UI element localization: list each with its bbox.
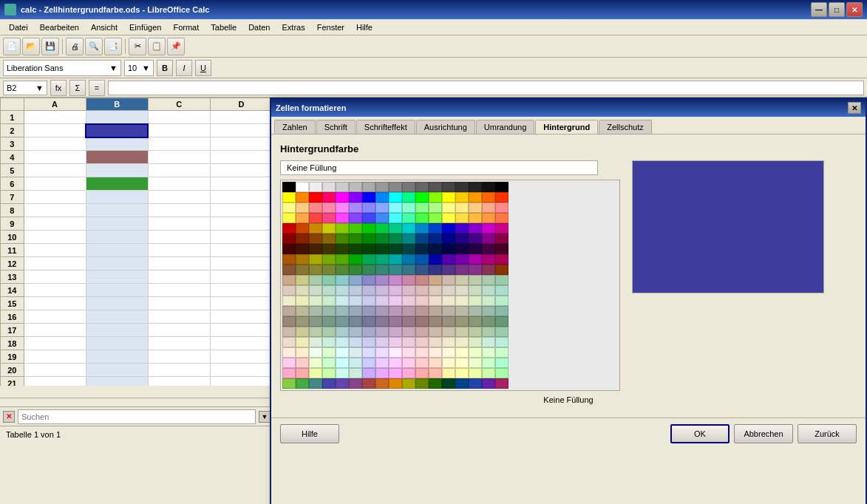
color-cell-13-6[interactable] <box>362 316 375 327</box>
color-cell-7-3[interactable] <box>322 254 336 265</box>
color-cell-14-13[interactable] <box>455 327 469 337</box>
color-cell-10-6[interactable] <box>362 285 375 296</box>
color-cell-16-5[interactable] <box>349 347 362 358</box>
color-cell-19-6[interactable] <box>362 378 375 389</box>
color-cell-7-10[interactable] <box>415 254 429 265</box>
color-cell-12-5[interactable] <box>349 306 362 316</box>
color-cell-17-3[interactable] <box>322 358 336 368</box>
color-cell-5-16[interactable] <box>495 234 509 244</box>
cell-7-D[interactable] <box>210 191 272 204</box>
color-cell-8-9[interactable] <box>402 265 415 275</box>
color-cell-11-1[interactable] <box>296 296 309 306</box>
color-cell-9-7[interactable] <box>375 275 389 285</box>
color-cell-1-0[interactable] <box>282 192 296 202</box>
color-cell-18-2[interactable] <box>309 368 322 378</box>
color-cell-17-5[interactable] <box>349 358 362 368</box>
color-cell-15-4[interactable] <box>336 337 349 347</box>
color-cell-7-1[interactable] <box>296 254 309 265</box>
color-cell-15-13[interactable] <box>455 337 469 347</box>
color-cell-19-2[interactable] <box>309 378 322 389</box>
color-cell-6-11[interactable] <box>429 244 442 254</box>
color-cell-13-5[interactable] <box>349 316 362 327</box>
cell-13-A[interactable] <box>24 270 86 284</box>
color-cell-8-2[interactable] <box>309 265 322 275</box>
color-cell-14-12[interactable] <box>442 327 455 337</box>
font-size-select[interactable]: 10 ▼ <box>124 60 154 76</box>
color-cell-7-8[interactable] <box>389 254 402 265</box>
color-cell-14-11[interactable] <box>429 327 442 337</box>
color-cell-14-16[interactable] <box>495 327 509 337</box>
color-cell-9-1[interactable] <box>296 275 309 285</box>
color-cell-2-10[interactable] <box>415 202 429 213</box>
color-cell-0-10[interactable] <box>415 182 429 192</box>
color-cell-13-7[interactable] <box>375 316 389 327</box>
cell-21-A[interactable] <box>24 377 86 386</box>
color-cell-3-12[interactable] <box>442 213 455 223</box>
color-cell-13-9[interactable] <box>402 316 415 327</box>
color-cell-3-3[interactable] <box>322 213 336 223</box>
color-cell-7-15[interactable] <box>482 254 495 265</box>
cell-14-C[interactable] <box>148 284 210 297</box>
color-cell-3-5[interactable] <box>349 213 362 223</box>
color-cell-17-13[interactable] <box>455 358 469 368</box>
cell-5-A[interactable] <box>24 164 86 177</box>
color-cell-17-16[interactable] <box>495 358 509 368</box>
color-cell-2-5[interactable] <box>349 202 362 213</box>
color-cell-7-12[interactable] <box>442 254 455 265</box>
color-cell-17-4[interactable] <box>336 358 349 368</box>
color-cell-12-15[interactable] <box>482 306 495 316</box>
color-cell-2-11[interactable] <box>429 202 442 213</box>
color-cell-7-4[interactable] <box>336 254 349 265</box>
color-cell-10-3[interactable] <box>322 285 336 296</box>
close-button[interactable]: ✕ <box>846 2 863 17</box>
color-cell-5-3[interactable] <box>322 234 336 244</box>
color-cell-0-5[interactable] <box>349 182 362 192</box>
color-cell-8-0[interactable] <box>282 265 296 275</box>
color-cell-16-7[interactable] <box>375 347 389 358</box>
cell-7-C[interactable] <box>148 191 210 204</box>
cell-4-B[interactable] <box>86 151 148 164</box>
color-cell-9-11[interactable] <box>429 275 442 285</box>
color-cell-16-1[interactable] <box>296 347 309 358</box>
color-cell-7-9[interactable] <box>402 254 415 265</box>
color-cell-6-10[interactable] <box>415 244 429 254</box>
color-cell-6-15[interactable] <box>482 244 495 254</box>
color-cell-18-10[interactable] <box>415 368 429 378</box>
cell-3-D[interactable] <box>210 137 272 151</box>
color-cell-14-2[interactable] <box>309 327 322 337</box>
color-cell-7-6[interactable] <box>362 254 375 265</box>
color-cell-10-0[interactable] <box>282 285 296 296</box>
color-cell-17-8[interactable] <box>389 358 402 368</box>
color-cell-15-7[interactable] <box>375 337 389 347</box>
menu-einfuegen[interactable]: Einfügen <box>123 21 167 33</box>
color-cell-19-7[interactable] <box>375 378 389 389</box>
color-cell-1-2[interactable] <box>309 192 322 202</box>
color-cell-5-9[interactable] <box>402 234 415 244</box>
font-name-select[interactable]: Liberation Sans ▼ <box>3 60 121 76</box>
cell-3-A[interactable] <box>24 137 86 151</box>
color-cell-5-5[interactable] <box>349 234 362 244</box>
cell-8-B[interactable] <box>86 204 148 217</box>
cell-11-B[interactable] <box>86 244 148 257</box>
color-cell-9-5[interactable] <box>349 275 362 285</box>
color-cell-6-2[interactable] <box>309 244 322 254</box>
cell-10-C[interactable] <box>148 231 210 244</box>
color-cell-3-9[interactable] <box>402 213 415 223</box>
color-cell-5-2[interactable] <box>309 234 322 244</box>
menu-extras[interactable]: Extras <box>276 21 310 33</box>
color-cell-10-10[interactable] <box>415 285 429 296</box>
color-cell-5-11[interactable] <box>429 234 442 244</box>
color-cell-11-16[interactable] <box>495 296 509 306</box>
color-cell-13-4[interactable] <box>336 316 349 327</box>
color-cell-1-10[interactable] <box>415 192 429 202</box>
color-cell-18-0[interactable] <box>282 368 296 378</box>
color-cell-7-5[interactable] <box>349 254 362 265</box>
color-cell-13-10[interactable] <box>415 316 429 327</box>
cell-13-B[interactable] <box>86 270 148 284</box>
color-cell-15-0[interactable] <box>282 337 296 347</box>
color-cell-16-12[interactable] <box>442 347 455 358</box>
color-cell-0-3[interactable] <box>322 182 336 192</box>
color-cell-0-6[interactable] <box>362 182 375 192</box>
cell-12-D[interactable] <box>210 257 272 270</box>
color-cell-2-3[interactable] <box>322 202 336 213</box>
